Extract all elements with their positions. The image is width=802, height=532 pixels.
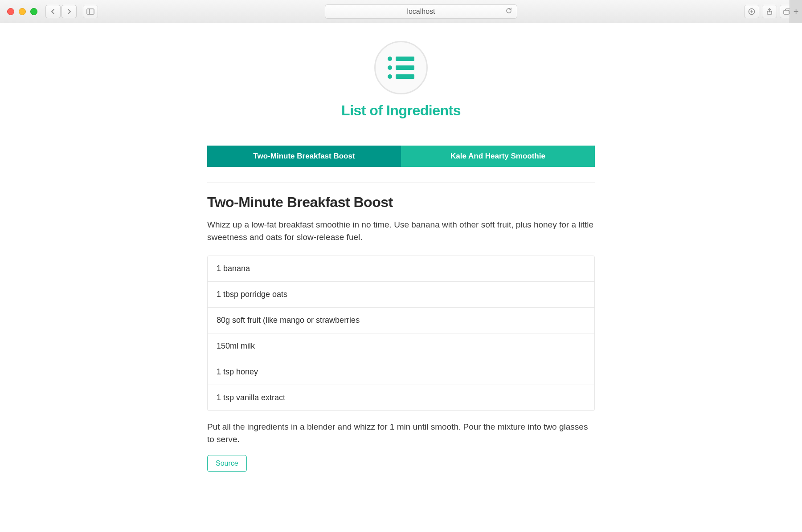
sidebar-toggle-button[interactable] [83, 5, 98, 18]
divider [207, 182, 595, 183]
browser-toolbar: localhost + [0, 0, 802, 23]
main-container: Two-Minute Breakfast Boost Kale And Hear… [207, 146, 595, 472]
list-item: 80g soft fruit (like mango or strawberri… [208, 308, 594, 333]
reload-icon[interactable] [505, 7, 512, 16]
url-text: localhost [407, 8, 435, 16]
share-button[interactable] [762, 5, 777, 18]
recipe-description: Whizz up a low-fat breakfast smoothie in… [207, 219, 595, 243]
new-tab-button[interactable]: + [790, 0, 802, 23]
source-button[interactable]: Source [207, 455, 247, 472]
svg-rect-0 [87, 9, 94, 14]
maximize-window-button[interactable] [30, 8, 37, 15]
downloads-button[interactable] [744, 5, 759, 18]
window-controls [7, 8, 37, 15]
minimize-window-button[interactable] [19, 8, 26, 15]
svg-rect-4 [784, 10, 789, 14]
list-item: 1 tsp vanilla extract [208, 385, 594, 410]
recipe-title: Two-Minute Breakfast Boost [207, 194, 595, 211]
nav-buttons [45, 5, 77, 18]
address-bar[interactable]: localhost [325, 4, 517, 19]
toolbar-right-buttons [744, 5, 795, 18]
recipe-instructions: Put all the ingredients in a blender and… [207, 421, 595, 445]
list-item: 1 tbsp porridge oats [208, 282, 594, 308]
page-content: List of Ingredients Two-Minute Breakfast… [0, 23, 802, 472]
forward-button[interactable] [61, 5, 77, 18]
list-item: 150ml milk [208, 333, 594, 359]
list-item: 1 tsp honey [208, 359, 594, 385]
tab-kale-and-hearty-smoothie[interactable]: Kale And Hearty Smoothie [401, 146, 595, 167]
list-icon [374, 41, 428, 94]
back-button[interactable] [45, 5, 61, 18]
page-title: List of Ingredients [341, 102, 461, 119]
recipe-tabs: Two-Minute Breakfast Boost Kale And Hear… [207, 146, 595, 167]
ingredients-list: 1 banana 1 tbsp porridge oats 80g soft f… [207, 256, 595, 411]
tab-two-minute-breakfast-boost[interactable]: Two-Minute Breakfast Boost [207, 146, 401, 167]
close-window-button[interactable] [7, 8, 14, 15]
list-item: 1 banana [208, 256, 594, 282]
